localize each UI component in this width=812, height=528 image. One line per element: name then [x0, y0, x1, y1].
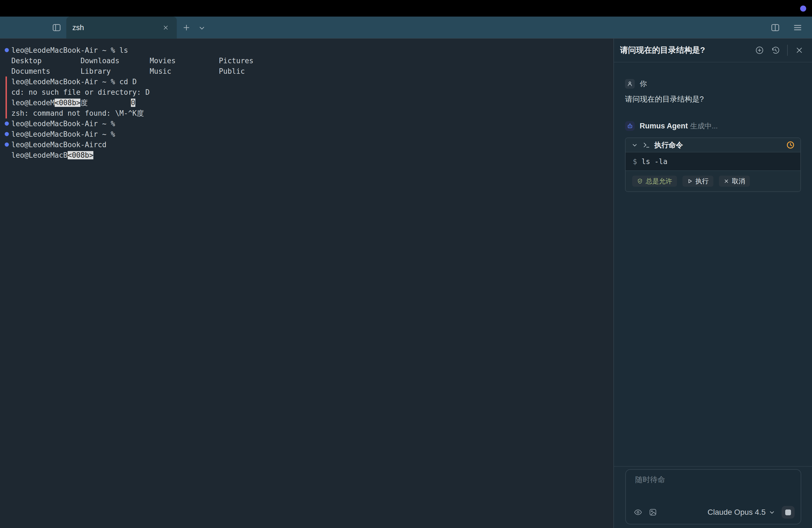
app-window: zsh leo@LeodeMacBook-Air ~ % lsDesktop D…: [0, 0, 812, 528]
terminal-line-text: leo@LeodeM<008b>度 0: [11, 98, 135, 108]
terminal-line: leo@LeodeMacB<008b>: [0, 150, 613, 160]
terminal-line: leo@LeodeMacBook-Air ~ %: [0, 129, 613, 140]
terminal-line-text: leo@LeodeMacBook-Air ~ % ls: [11, 45, 128, 56]
terminal-line-text: Documents Library Music Public: [11, 66, 245, 76]
agent-message-header: Rumus Agent 生成中...: [625, 121, 801, 131]
close-sidebar-icon[interactable]: [793, 44, 806, 56]
user-name: 你: [640, 79, 647, 89]
attach-image-icon[interactable]: [648, 507, 658, 518]
notification-dot: [800, 5, 806, 12]
terminal-line-text: cd: no such file or directory: D: [11, 87, 150, 98]
split-pane-icon[interactable]: [769, 22, 781, 33]
tab-zsh[interactable]: zsh: [66, 17, 177, 39]
terminal-pane[interactable]: leo@LeodeMacBook-Air ~ % lsDesktop Downl…: [0, 39, 613, 528]
command-block-dot-icon: [5, 132, 9, 136]
composer-toolbar: Claude Opus 4.5: [633, 505, 795, 519]
chat-area: 你 请问现在的目录结构是? Rumus Agent 生成中...: [614, 62, 812, 466]
terminal-line: leo@LeodeM<008b>度 0: [0, 98, 613, 108]
terminal-line: cd: no such file or directory: D: [0, 87, 613, 98]
conversation-title: 请问现在的目录结构是?: [620, 45, 753, 56]
command-card-header[interactable]: 执行命令: [626, 138, 800, 152]
user-message-header: 你: [625, 79, 801, 89]
stop-square-icon: [785, 510, 791, 515]
terminal-line-text: Desktop Downloads Movies Pictures: [11, 56, 253, 66]
terminal-line: Documents Library Music Public: [0, 66, 613, 76]
new-tab-icon[interactable]: [180, 22, 192, 33]
command-card: 执行命令 $ ls -la 总是允许: [625, 137, 801, 192]
terminal-line: Desktop Downloads Movies Pictures: [0, 56, 613, 66]
history-icon[interactable]: [769, 44, 782, 56]
shield-check-icon: [637, 178, 643, 184]
terminal-line: leo@LeodeMacBook-Air ~ % ls: [0, 45, 613, 56]
sidebar-toggle-icon[interactable]: [51, 22, 62, 33]
play-icon: [687, 178, 693, 184]
terminal-line-text: leo@LeodeMacBook-Aircd: [11, 140, 106, 150]
tab-title: zsh: [72, 24, 161, 32]
command-block-dot-icon: [5, 143, 9, 147]
collapse-chevron-icon[interactable]: [631, 142, 638, 149]
pending-clock-icon: [786, 141, 795, 149]
agent-name: Rumus Agent: [640, 122, 688, 130]
terminal-line: zsh: command not found: \M-^K度: [0, 108, 613, 118]
tab-close-icon[interactable]: [161, 23, 171, 33]
terminal-line-text: leo@LeodeMacBook-Air ~ %: [11, 118, 115, 129]
command-block-dot-icon: [5, 121, 9, 126]
tab-bar: zsh: [0, 17, 812, 39]
terminal-line-text: leo@LeodeMacBook-Air ~ %: [11, 129, 115, 140]
chevron-down-icon: [768, 509, 775, 516]
command-text: ls -la: [642, 157, 668, 166]
command-card-actions: 总是允许 执行 取消: [626, 171, 800, 191]
cancel-command-button[interactable]: 取消: [719, 176, 750, 187]
new-chat-icon[interactable]: [753, 44, 766, 56]
main-area: leo@LeodeMacBook-Air ~ % lsDesktop Downl…: [0, 39, 812, 528]
terminal-line: leo@LeodeMacBook-Aircd: [0, 140, 613, 150]
command-code-block[interactable]: $ ls -la: [626, 152, 800, 171]
terminal-line-text: zsh: command not found: \M-^K度: [11, 108, 144, 118]
model-name: Claude Opus 4.5: [708, 508, 766, 517]
message-input[interactable]: [633, 474, 795, 505]
terminal-line-text: leo@LeodeMacB<008b>: [11, 150, 93, 160]
x-icon: [724, 178, 729, 184]
menu-icon[interactable]: [792, 22, 804, 33]
preview-eye-icon[interactable]: [633, 507, 643, 518]
terminal-line: leo@LeodeMacBook-Air ~ %: [0, 118, 613, 129]
user-message: 请问现在的目录结构是?: [625, 94, 801, 104]
robot-icon: [625, 121, 635, 131]
agent-status: 生成中...: [690, 122, 718, 130]
agent-sidebar: 请问现在的目录结构是?: [614, 39, 812, 528]
terminal-prompt-icon: [642, 141, 650, 149]
stop-generation-button[interactable]: [782, 506, 795, 518]
terminal-output: leo@LeodeMacBook-Air ~ % lsDesktop Downl…: [0, 45, 613, 160]
terminal-line: leo@LeodeMacBook-Air ~ % cd D: [0, 76, 613, 87]
tab-list-chevron-icon[interactable]: [196, 23, 208, 33]
user-avatar-icon: [625, 79, 635, 89]
shell-prompt-symbol: $: [633, 157, 637, 166]
model-selector[interactable]: Claude Opus 4.5: [708, 508, 775, 517]
composer-section: Claude Opus 4.5: [614, 466, 812, 528]
message-input-box[interactable]: Claude Opus 4.5: [625, 469, 801, 524]
terminal-line-text: leo@LeodeMacBook-Air ~ % cd D: [11, 76, 137, 87]
sidebar-header: 请问现在的目录结构是?: [614, 39, 812, 62]
command-card-title: 执行命令: [654, 140, 782, 150]
run-command-button[interactable]: 执行: [682, 176, 713, 187]
header-divider: [787, 45, 788, 56]
always-allow-button[interactable]: 总是允许: [632, 176, 677, 187]
command-block-dot-icon: [5, 48, 9, 52]
titlebar: [0, 0, 812, 17]
